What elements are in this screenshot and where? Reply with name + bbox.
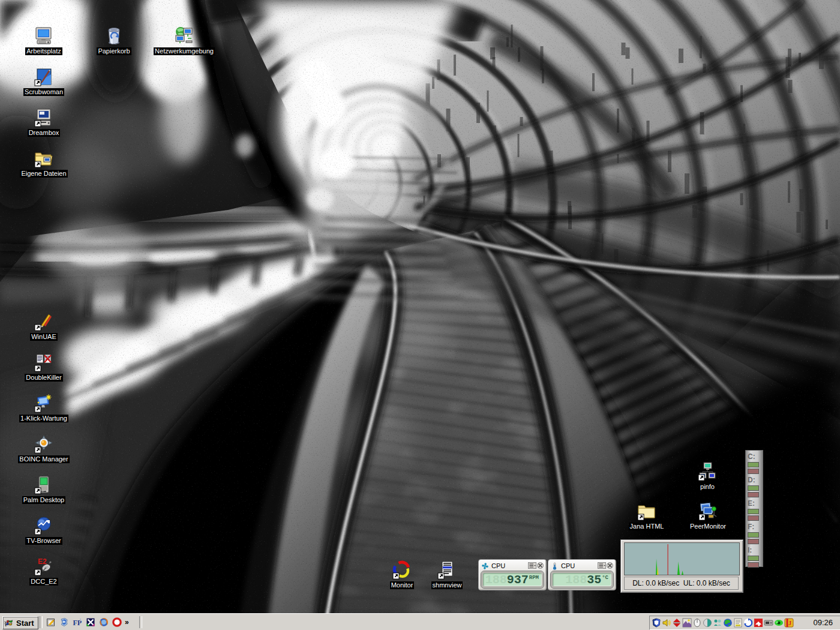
svg-text:J: J [788, 620, 791, 626]
